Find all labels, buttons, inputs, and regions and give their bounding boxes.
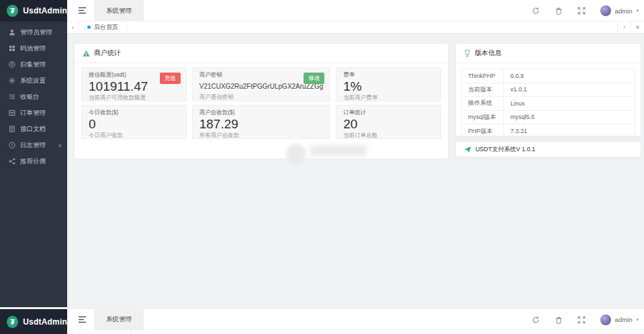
fullscreen-icon[interactable]: [578, 7, 586, 15]
stat-card-today: 今日收款($) 0 今日商户收款: [81, 105, 187, 139]
sidebar-item-orders[interactable]: 订单管理: [0, 105, 67, 121]
cup-icon: [464, 50, 471, 57]
version-row-label: ThinkPHP: [462, 69, 504, 83]
footer-header: 系统管理 admin ▾: [67, 309, 644, 330]
sidebar-item-label: 推荐分佣: [20, 157, 46, 166]
doc-icon: [9, 126, 15, 132]
table-row: 当前版本 v1.0.1: [462, 83, 635, 97]
version-panel-header: 版本信息: [456, 44, 641, 63]
footer-clone: ₮ UsdtAdmin 系统管理 admin: [0, 309, 644, 334]
sidebar-item-admins[interactable]: 管理员管理: [0, 24, 67, 40]
sidebar-item-collection[interactable]: B 归集管理: [0, 56, 67, 73]
footer-tab-system[interactable]: 系统管理: [94, 309, 144, 330]
avatar: [600, 315, 611, 325]
log-icon: [9, 142, 15, 149]
stat-value: 0: [89, 117, 179, 132]
version-row-value: Linux: [504, 100, 525, 107]
stats-panel-header: 商户统计: [75, 44, 448, 63]
orders-icon: [9, 110, 15, 116]
stat-label: 费率: [343, 71, 434, 79]
sliver-divider: [79, 331, 132, 334]
refresh-icon[interactable]: [532, 316, 540, 324]
version-row-label: mysql版本: [462, 111, 504, 124]
footer-tabbar-sliver: [67, 330, 644, 334]
version-row-value: mysql5.6: [504, 114, 535, 120]
tether-logo-icon: ₮: [7, 5, 18, 17]
modify-key-button[interactable]: 修改: [304, 73, 324, 84]
sidebar-item-settings[interactable]: 系统设置: [0, 73, 67, 89]
header-actions: admin ▾: [532, 0, 639, 22]
top-header: 系统管理 admin ▾: [67, 0, 644, 22]
admin-dashboard: ₮ UsdtAdmin 管理员管理 码池管理 B 归集管理 系统设置 收银: [0, 0, 644, 334]
stat-desc: 当前商户费率: [343, 94, 434, 102]
tab-home[interactable]: 后台首页: [79, 22, 127, 33]
sidebar-item-cashier[interactable]: 收银台: [0, 89, 67, 105]
share-icon: [9, 158, 15, 165]
sidebar-item-logs[interactable]: 日志管理 ∨: [0, 137, 67, 153]
sidebar-item-label: 系统设置: [20, 77, 46, 85]
tab-scroll-left[interactable]: ‹: [67, 22, 79, 33]
table-row: PHP版本 7.3.31: [462, 124, 635, 138]
tab-home-label: 后台首页: [94, 23, 118, 32]
pool-icon: [9, 45, 15, 52]
username: admin: [615, 316, 633, 323]
trash-icon[interactable]: [555, 316, 563, 324]
sidebar-item-label: 管理员管理: [20, 28, 52, 37]
stat-desc: 当前订单总数: [343, 132, 434, 140]
svg-text:B: B: [11, 62, 13, 67]
recharge-button[interactable]: 充值: [160, 73, 181, 84]
hamburger-menu-icon[interactable]: [78, 315, 87, 324]
stat-label: 商户总收款($): [199, 109, 324, 117]
sidebar-item-label: 订单管理: [20, 109, 46, 118]
header-tab-system[interactable]: 系统管理: [94, 0, 144, 22]
sidebar: ₮ UsdtAdmin 管理员管理 码池管理 B 归集管理 系统设置 收银: [0, 0, 67, 307]
gear-icon: [9, 77, 15, 84]
fullscreen-icon[interactable]: [578, 316, 586, 324]
brand-name: UsdtAdmin: [23, 6, 67, 15]
footer-logo-bar[interactable]: ₮ UsdtAdmin: [0, 309, 67, 334]
version-table: ThinkPHP 6.0.9 当前版本 v1.0.1 操作系统 Linux my…: [461, 69, 635, 139]
tab-bar: ‹ 后台首页 › ∨: [67, 22, 644, 34]
table-row: mysql版本 mysql5.6: [462, 111, 635, 125]
tab-controls: › ∨: [617, 22, 644, 33]
stat-card-orders: 订单统计 20 当前订单总数: [336, 105, 441, 139]
stat-desc: 当前商户可用收款额度: [89, 94, 179, 102]
stats-panel-title: 商户统计: [94, 48, 121, 58]
sidebar-item-label: 收银台: [20, 93, 40, 101]
merchant-stats-panel: 商户统计 授信额度(usdt) 101911.47 当前商户可用收款额度 充值 …: [74, 43, 449, 159]
table-row: 操作系统 Linux: [462, 97, 635, 111]
active-tab-dot-icon: [87, 26, 91, 29]
logo-bar[interactable]: ₮ UsdtAdmin: [0, 0, 67, 22]
refresh-icon[interactable]: [532, 7, 540, 15]
sidebar-item-label: 日志管理: [20, 141, 46, 150]
system-version-card: USDT支付系统V 1.0.1: [455, 141, 641, 157]
sidebar-item-commission[interactable]: 推荐分佣: [0, 153, 67, 169]
user-menu[interactable]: admin ▾: [600, 315, 639, 325]
stat-desc: 今日商户收款: [89, 132, 179, 140]
stat-label: 订单统计: [343, 109, 434, 117]
caret-down-icon: ▾: [636, 317, 639, 323]
caret-down-icon: ▾: [636, 8, 639, 13]
user-menu[interactable]: admin ▾: [600, 5, 639, 16]
version-row-label: 操作系统: [462, 97, 504, 110]
paper-plane-icon: [464, 146, 471, 153]
tab-menu-dropdown[interactable]: ∨: [631, 22, 644, 33]
tab-scroll-right[interactable]: ›: [617, 22, 631, 33]
stat-card-secret: 商户密钥 V21CUXG2Ru2FtPGGrULpGX2AruZZGg 商户通信…: [192, 67, 331, 101]
sidebar-item-label: 码池管理: [20, 44, 46, 53]
version-row-label: 当前版本: [462, 83, 504, 97]
cashier-icon: [9, 93, 15, 100]
stat-value: 20: [343, 117, 434, 132]
version-row-value: 7.3.31: [504, 128, 527, 134]
sidebar-item-code-pool[interactable]: 码池管理: [0, 40, 67, 56]
hamburger-menu-icon[interactable]: [78, 6, 87, 15]
table-row: ThinkPHP 6.0.9: [462, 69, 635, 83]
sliver-divider: [67, 331, 79, 334]
sidebar-item-api-docs[interactable]: 接口文档: [0, 121, 67, 137]
coin-icon: B: [9, 61, 15, 68]
sidebar-item-label: 归集管理: [20, 60, 46, 69]
footer-actions: admin ▾: [532, 309, 639, 330]
trash-icon[interactable]: [555, 7, 563, 15]
system-version-label: USDT支付系统V 1.0.1: [475, 145, 535, 154]
avatar: [600, 5, 611, 16]
